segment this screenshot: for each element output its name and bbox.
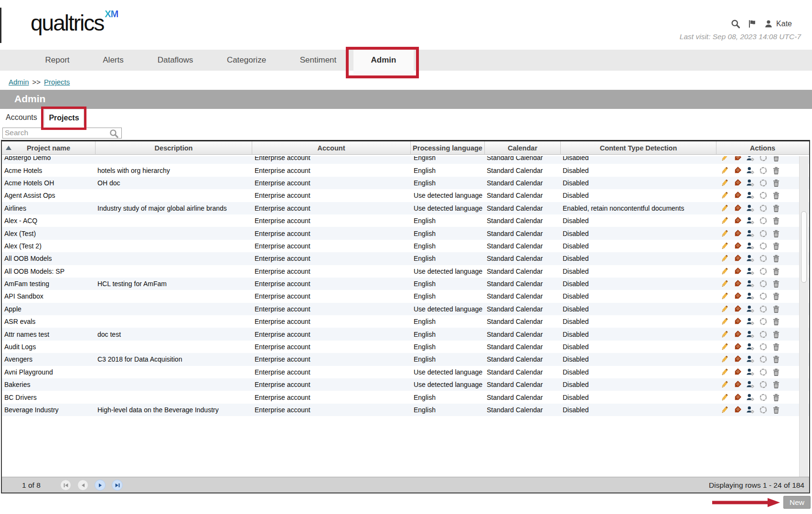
reprocess-icon[interactable] xyxy=(759,380,768,389)
tab-accounts[interactable]: Accounts xyxy=(6,109,37,126)
reprocess-icon[interactable] xyxy=(759,216,768,225)
reprocess-icon[interactable] xyxy=(759,191,768,200)
delete-icon[interactable] xyxy=(772,330,780,339)
user-permissions-icon[interactable] xyxy=(746,406,755,414)
delete-icon[interactable] xyxy=(772,355,780,364)
delete-icon[interactable] xyxy=(772,292,780,300)
search-icon[interactable] xyxy=(731,19,740,29)
tags-icon[interactable] xyxy=(733,267,742,276)
edit-icon[interactable] xyxy=(720,179,729,187)
user-permissions-icon[interactable] xyxy=(746,393,755,402)
edit-icon[interactable] xyxy=(720,254,729,263)
column-header-calendar[interactable]: Calendar xyxy=(485,141,561,155)
reprocess-icon[interactable] xyxy=(759,393,768,402)
delete-icon[interactable] xyxy=(772,179,780,187)
delete-icon[interactable] xyxy=(772,216,780,225)
reprocess-icon[interactable] xyxy=(759,279,768,288)
qualtrics-logo[interactable]: qualtricsXM xyxy=(31,9,118,36)
scrollbar-thumb[interactable] xyxy=(801,211,807,283)
tags-icon[interactable] xyxy=(733,204,742,213)
column-header-project-name[interactable]: Project name xyxy=(2,141,96,155)
edit-icon[interactable] xyxy=(720,368,729,376)
tags-icon[interactable] xyxy=(733,406,742,414)
reprocess-icon[interactable] xyxy=(759,179,768,187)
delete-icon[interactable] xyxy=(772,156,780,162)
delete-icon[interactable] xyxy=(772,305,780,313)
edit-icon[interactable] xyxy=(720,279,729,288)
tags-icon[interactable] xyxy=(733,279,742,288)
user-permissions-icon[interactable] xyxy=(746,330,755,339)
tags-icon[interactable] xyxy=(733,292,742,300)
edit-icon[interactable] xyxy=(720,242,729,250)
user-permissions-icon[interactable] xyxy=(746,317,755,326)
user-permissions-icon[interactable] xyxy=(746,279,755,288)
edit-icon[interactable] xyxy=(720,267,729,276)
tags-icon[interactable] xyxy=(733,317,742,326)
tags-icon[interactable] xyxy=(733,191,742,200)
nav-tab-sentiment[interactable]: Sentiment xyxy=(300,50,337,71)
tags-icon[interactable] xyxy=(733,355,742,364)
next-page-button[interactable] xyxy=(95,480,106,491)
user-permissions-icon[interactable] xyxy=(746,368,755,376)
tags-icon[interactable] xyxy=(733,166,742,175)
edit-icon[interactable] xyxy=(720,204,729,213)
reprocess-icon[interactable] xyxy=(759,368,768,376)
delete-icon[interactable] xyxy=(772,254,780,263)
edit-icon[interactable] xyxy=(720,343,729,351)
nav-tab-alerts[interactable]: Alerts xyxy=(103,50,123,71)
column-header-account[interactable]: Account xyxy=(252,141,411,155)
reprocess-icon[interactable] xyxy=(759,305,768,313)
edit-icon[interactable] xyxy=(720,393,729,402)
user-permissions-icon[interactable] xyxy=(746,267,755,276)
edit-icon[interactable] xyxy=(720,355,729,364)
column-header-actions[interactable]: Actions xyxy=(716,141,809,155)
tags-icon[interactable] xyxy=(733,216,742,225)
delete-icon[interactable] xyxy=(772,317,780,326)
search-magnifier-icon[interactable] xyxy=(109,129,118,140)
delete-icon[interactable] xyxy=(772,166,780,175)
table-scrollbar[interactable] xyxy=(799,156,808,478)
tags-icon[interactable] xyxy=(733,254,742,263)
user-permissions-icon[interactable] xyxy=(746,355,755,364)
user-permissions-icon[interactable] xyxy=(746,254,755,263)
delete-icon[interactable] xyxy=(772,343,780,351)
user-permissions-icon[interactable] xyxy=(746,191,755,200)
reprocess-icon[interactable] xyxy=(759,229,768,238)
edit-icon[interactable] xyxy=(720,216,729,225)
delete-icon[interactable] xyxy=(772,406,780,414)
nav-tab-categorize[interactable]: Categorize xyxy=(227,50,266,71)
user-permissions-icon[interactable] xyxy=(746,179,755,187)
delete-icon[interactable] xyxy=(772,242,780,250)
edit-icon[interactable] xyxy=(720,305,729,313)
reprocess-icon[interactable] xyxy=(759,343,768,351)
delete-icon[interactable] xyxy=(772,191,780,200)
user-permissions-icon[interactable] xyxy=(746,305,755,313)
delete-icon[interactable] xyxy=(772,279,780,288)
tags-icon[interactable] xyxy=(733,368,742,376)
user-permissions-icon[interactable] xyxy=(746,166,755,175)
column-header-processing-language[interactable]: Processing language xyxy=(411,141,485,155)
previous-page-button[interactable] xyxy=(77,480,88,491)
tags-icon[interactable] xyxy=(733,305,742,313)
tags-icon[interactable] xyxy=(733,343,742,351)
breadcrumb-projects-link[interactable]: Projects xyxy=(44,78,70,86)
edit-icon[interactable] xyxy=(720,292,729,300)
tags-icon[interactable] xyxy=(733,242,742,250)
tags-icon[interactable] xyxy=(733,330,742,339)
tags-icon[interactable] xyxy=(733,229,742,238)
column-header-description[interactable]: Description xyxy=(96,141,252,155)
user-permissions-icon[interactable] xyxy=(746,380,755,389)
nav-tab-dataflows[interactable]: Dataflows xyxy=(158,50,193,71)
first-page-button[interactable] xyxy=(60,480,71,491)
delete-icon[interactable] xyxy=(772,229,780,238)
reprocess-icon[interactable] xyxy=(759,406,768,414)
user-icon[interactable] xyxy=(764,20,773,28)
tags-icon[interactable] xyxy=(733,393,742,402)
tags-icon[interactable] xyxy=(733,380,742,389)
delete-icon[interactable] xyxy=(772,267,780,276)
user-permissions-icon[interactable] xyxy=(746,216,755,225)
edit-icon[interactable] xyxy=(720,156,729,162)
edit-icon[interactable] xyxy=(720,191,729,200)
tags-icon[interactable] xyxy=(733,156,742,162)
edit-icon[interactable] xyxy=(720,317,729,326)
